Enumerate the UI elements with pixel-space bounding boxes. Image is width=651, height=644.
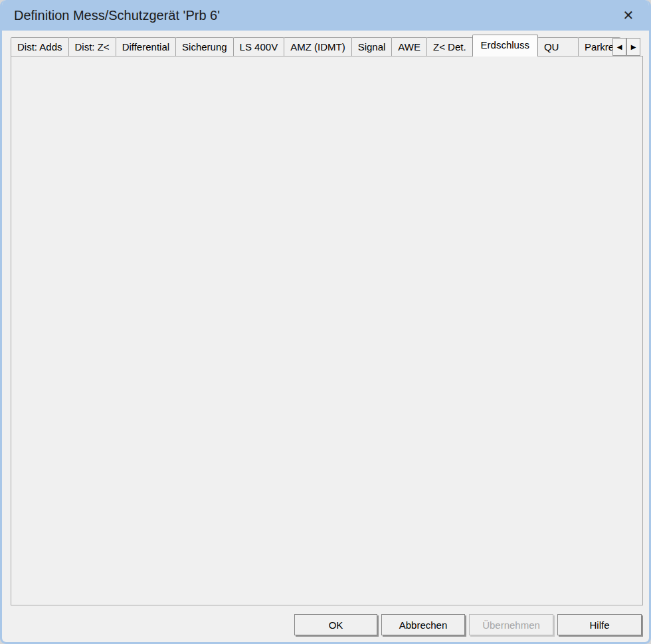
ok-button[interactable]: OK	[294, 614, 377, 635]
tab-erdschluss[interactable]: Erdschluss	[472, 35, 538, 56]
tab-scroll-left-icon[interactable]: ◀	[612, 38, 626, 56]
tab-qu[interactable]: QU	[537, 37, 579, 56]
titlebar: Definition Mess/Schutzgerät 'Prb 6' ✕	[0, 0, 651, 31]
abbrechen-button[interactable]: Abbrechen	[381, 614, 465, 635]
window-title: Definition Mess/Schutzgerät 'Prb 6'	[14, 0, 220, 31]
tab-strip: Dist: Adds Dist: Z< Differential Sicheru…	[11, 35, 640, 56]
tab-differential[interactable]: Differential	[116, 37, 176, 56]
tab-dist-z[interactable]: Dist: Z<	[68, 37, 116, 56]
tab-scroll-right-icon[interactable]: ▶	[626, 38, 640, 56]
tab-page-erdschluss	[11, 56, 643, 605]
dialog-definition-mess-schutzgeraet: Definition Mess/Schutzgerät 'Prb 6' ✕ Di…	[0, 0, 651, 644]
tab-sicherung[interactable]: Sicherung	[175, 37, 234, 56]
tab-amz-idmt[interactable]: AMZ (IDMT)	[284, 37, 351, 56]
tab-dist-adds[interactable]: Dist: Adds	[11, 37, 69, 56]
tab-ls-400v[interactable]: LS 400V	[233, 37, 285, 56]
tab-signal[interactable]: Signal	[351, 37, 393, 56]
tab-awe[interactable]: AWE	[391, 37, 427, 56]
hilfe-bottom-button[interactable]: Hilfe	[557, 614, 642, 635]
tab-z-det[interactable]: Z< Det.	[426, 37, 473, 56]
close-icon[interactable]: ✕	[615, 0, 642, 31]
uebernehmen-button: Übernehmen	[469, 614, 553, 635]
